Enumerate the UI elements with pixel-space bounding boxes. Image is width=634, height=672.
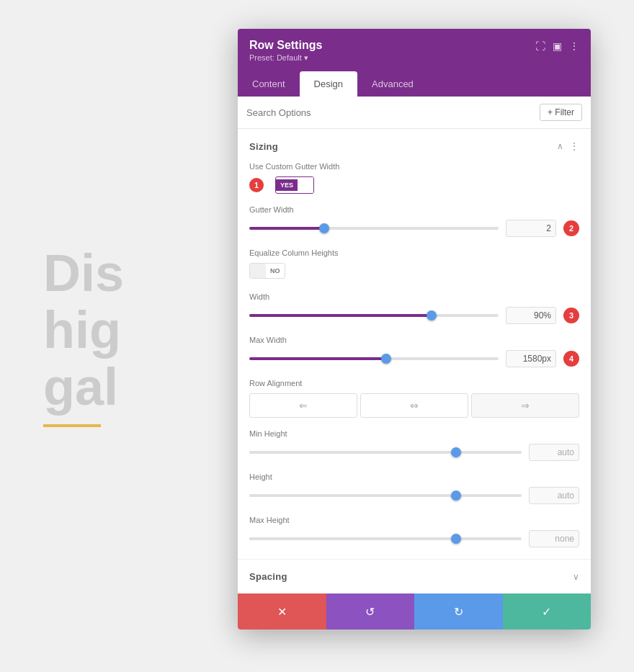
align-center-icon: ⇔ [410, 400, 419, 411]
sizing-controls: ∧ ⋮ [557, 140, 579, 152]
sizing-section: Sizing ∧ ⋮ Use Custom Gutter Width 1 YES [238, 129, 591, 547]
height-input[interactable]: auto [529, 487, 579, 504]
max-width-input[interactable]: 1580px [506, 350, 556, 367]
undo-icon: ↺ [365, 605, 375, 619]
filter-button[interactable]: + Filter [540, 104, 582, 121]
spacing-header: Spacing ∨ [249, 571, 579, 582]
min-height-input[interactable]: auto [529, 444, 579, 461]
align-left-icon: ⇐ [299, 400, 308, 411]
modal-tabs: Content Design Advanced [238, 71, 591, 97]
min-height-slider-row: auto [249, 444, 579, 461]
badge-4: 4 [563, 351, 579, 367]
height-track [249, 494, 522, 497]
row-alignment-row: Row Alignment ⇐ ⇔ ⇒ [249, 379, 579, 418]
min-height-label: Min Height [249, 429, 579, 438]
modal-title: Row Settings [249, 39, 322, 52]
height-label: Height [249, 472, 579, 481]
min-height-fill [249, 451, 456, 454]
use-custom-gutter-label: Use Custom Gutter Width [249, 162, 579, 171]
modal-preset[interactable]: Preset: Default ▾ [249, 53, 322, 63]
max-height-track [249, 537, 522, 540]
max-height-track-bg [249, 537, 522, 540]
max-width-track [249, 357, 499, 360]
align-left-btn[interactable]: ⇐ [249, 393, 357, 418]
width-input[interactable]: 90% [506, 307, 556, 324]
spacing-expand-icon[interactable]: ∨ [573, 572, 579, 582]
tab-content[interactable]: Content [238, 71, 300, 97]
width-label: Width [249, 292, 579, 301]
filter-label: + Filter [548, 107, 574, 117]
width-row: Width 90% 3 [249, 292, 579, 324]
collapse-icon[interactable]: ∧ [557, 141, 563, 151]
save-icon: ✓ [542, 605, 551, 619]
toggle-no-area [298, 177, 313, 193]
width-track-bg [249, 314, 499, 317]
tab-advanced[interactable]: Advanced [357, 71, 428, 97]
undo-button[interactable]: ↺ [326, 593, 415, 630]
fullscreen-icon[interactable]: ⛶ [535, 40, 545, 52]
height-slider-row: auto [249, 487, 579, 504]
width-track [249, 314, 499, 317]
gutter-width-fill [249, 227, 324, 230]
min-height-row: Min Height auto [249, 429, 579, 461]
more-options-icon[interactable]: ⋮ [569, 40, 579, 52]
max-height-fill [249, 537, 456, 540]
equalize-heights-row: Equalize Column Heights NO [249, 248, 579, 281]
height-thumb[interactable] [451, 490, 461, 501]
search-bar: + Filter [238, 97, 591, 129]
max-height-input[interactable]: none [529, 530, 579, 547]
min-height-track [249, 451, 522, 454]
equalize-no-label: NO [266, 265, 285, 277]
gutter-width-thumb[interactable] [319, 223, 329, 233]
section-options-icon[interactable]: ⋮ [569, 140, 579, 152]
cancel-icon: ✕ [277, 605, 287, 619]
max-height-slider-row: none [249, 530, 579, 547]
sizing-title: Sizing [249, 141, 278, 152]
modal-header-left: Row Settings Preset: Default ▾ [249, 39, 322, 63]
max-height-thumb[interactable] [451, 534, 461, 544]
layout-icon[interactable]: ▣ [553, 40, 562, 52]
equalize-off-area [250, 264, 266, 278]
equalize-heights-toggle[interactable]: NO [249, 263, 285, 279]
bg-underline [43, 424, 101, 427]
modal-footer: ✕ ↺ ↻ ✓ [238, 593, 591, 630]
row-alignment-group: ⇐ ⇔ ⇒ [249, 393, 579, 418]
width-thumb[interactable] [427, 310, 437, 321]
min-height-track-bg [249, 451, 522, 454]
width-fill [249, 314, 432, 317]
redo-button[interactable]: ↻ [414, 593, 503, 630]
modal-header: Row Settings Preset: Default ▾ ⛶ ▣ ⋮ [238, 29, 591, 71]
badge-3: 3 [563, 308, 579, 323]
gutter-width-row: Gutter Width 2 2 [249, 205, 579, 237]
bg-text-line2: hig [43, 302, 124, 359]
max-height-label: Max Height [249, 516, 579, 524]
badge-1: 1 [249, 178, 264, 192]
gutter-width-label: Gutter Width [249, 205, 579, 214]
min-height-thumb[interactable] [451, 447, 461, 457]
redo-icon: ↻ [454, 605, 463, 619]
max-width-row: Max Width 1580px 4 [249, 336, 579, 367]
gutter-width-input[interactable]: 2 [506, 220, 556, 237]
tab-design[interactable]: Design [300, 71, 357, 97]
align-center-btn[interactable]: ⇔ [360, 393, 468, 418]
sizing-section-header: Sizing ∧ ⋮ [249, 140, 579, 152]
gutter-width-track-bg [249, 227, 499, 230]
align-right-btn[interactable]: ⇒ [471, 393, 579, 418]
row-alignment-label: Row Alignment [249, 379, 579, 387]
spacing-title: Spacing [249, 571, 287, 582]
badge-2: 2 [563, 220, 579, 236]
cancel-button[interactable]: ✕ [238, 593, 326, 630]
save-button[interactable]: ✓ [503, 593, 591, 630]
custom-gutter-toggle[interactable]: YES [275, 176, 314, 194]
width-slider-row: 90% 3 [249, 307, 579, 324]
max-width-thumb[interactable] [381, 354, 391, 364]
bg-text-line1: Dis [43, 245, 124, 302]
search-input[interactable] [246, 107, 534, 118]
max-width-track-bg [249, 357, 499, 360]
height-fill [249, 494, 456, 497]
gutter-width-track [249, 227, 499, 230]
use-custom-gutter-row: Use Custom Gutter Width 1 YES [249, 162, 579, 194]
bg-text-line3: gal [43, 359, 124, 416]
max-height-row: Max Height none [249, 516, 579, 547]
modal-header-icons: ⛶ ▣ ⋮ [535, 40, 579, 52]
